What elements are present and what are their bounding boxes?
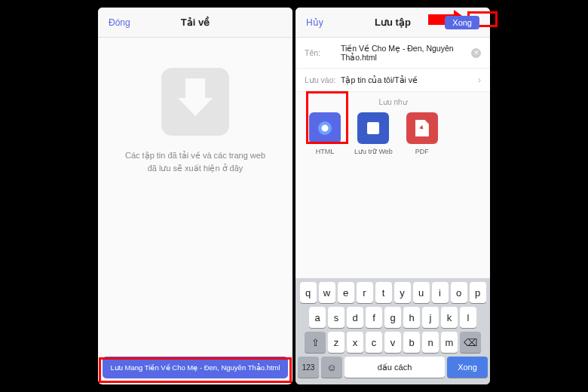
key-z[interactable]: z	[328, 332, 345, 353]
cancel-button[interactable]: Hủy	[306, 17, 323, 28]
download-icon	[161, 68, 229, 136]
key-c[interactable]: c	[366, 332, 382, 353]
key-m[interactable]: m	[441, 332, 458, 353]
filename-row[interactable]: Tên: Tiền Về Cho Mẹ - Đen, Nguyên Thảo.h…	[296, 38, 490, 69]
key-emoji[interactable]: ☺	[321, 357, 342, 378]
pdf-icon	[406, 112, 438, 144]
key-shift[interactable]: ⇧	[305, 332, 326, 353]
format-html[interactable]: HTML	[309, 112, 341, 155]
key-l[interactable]: l	[460, 307, 476, 328]
key-r[interactable]: r	[357, 282, 373, 303]
header: Đóng Tải về	[98, 8, 292, 38]
key-d[interactable]: d	[347, 307, 363, 328]
key-space[interactable]: dấu cách	[345, 357, 445, 378]
key-h[interactable]: h	[403, 307, 420, 328]
key-backspace[interactable]: ⌫	[460, 332, 481, 353]
key-n[interactable]: n	[422, 332, 439, 353]
savein-value: Tập tin của tôi/Tải về	[341, 75, 478, 84]
key-a[interactable]: a	[309, 307, 326, 328]
key-w[interactable]: w	[319, 282, 335, 303]
key-g[interactable]: g	[384, 307, 401, 328]
save-as-label: Lưu như	[305, 98, 481, 106]
empty-line1: Các tập tin đã tải về và các trang web	[125, 149, 265, 162]
format-pdf[interactable]: PDF	[406, 112, 438, 155]
key-x[interactable]: x	[347, 332, 363, 353]
kb-row1: qwertyuiop	[298, 282, 488, 303]
format-html-label: HTML	[316, 148, 335, 155]
key-v[interactable]: v	[384, 332, 401, 353]
downloads-screen: Đóng Tải về Các tập tin đã tải về và các…	[98, 8, 292, 384]
key-j[interactable]: j	[422, 307, 439, 328]
file-fields: Tên: Tiền Về Cho Mẹ - Đen, Nguyên Thảo.h…	[296, 38, 490, 92]
key-y[interactable]: y	[394, 282, 411, 303]
html-icon	[309, 112, 341, 144]
kb-row4: 123 ☺ dấu cách Xong	[298, 357, 488, 378]
kb-row2: asdfghjkl	[298, 307, 488, 328]
key-t[interactable]: t	[375, 282, 392, 303]
key-q[interactable]: q	[300, 282, 317, 303]
key-f[interactable]: f	[366, 307, 382, 328]
chevron-right-icon: ›	[478, 75, 481, 85]
key-p[interactable]: p	[470, 282, 486, 303]
key-b[interactable]: b	[403, 332, 420, 353]
format-webarchive[interactable]: Lưu trữ Web	[354, 112, 393, 155]
savein-row[interactable]: Lưu vào: Tập tin của tôi/Tải về ›	[296, 69, 490, 92]
filename-input[interactable]: Tiền Về Cho Mẹ - Đen, Nguyên Thảo.html	[341, 44, 471, 62]
format-pdf-label: PDF	[415, 148, 429, 155]
download-toast-wrap: Lưu Mang Tiền Về Cho Mẹ - Đen, Nguyên Th…	[98, 352, 292, 384]
save-file-screen: Hủy Lưu tập Xong Tên: Tiền Về Cho Mẹ - Đ…	[296, 8, 490, 384]
filename-label: Tên:	[305, 48, 341, 57]
kb-row3: ⇧ zxcvbnm ⌫	[298, 332, 488, 353]
key-u[interactable]: u	[413, 282, 430, 303]
save-as-section: Lưu như HTML Lưu trữ Web PDF	[296, 92, 490, 155]
key-o[interactable]: o	[451, 282, 467, 303]
key-123[interactable]: 123	[298, 357, 319, 378]
savein-label: Lưu vào:	[305, 75, 341, 84]
download-toast-button[interactable]: Lưu Mang Tiền Về Cho Mẹ - Đen, Nguyên Th…	[103, 357, 288, 378]
empty-line2: đã lưu sẽ xuất hiện ở đây	[125, 162, 265, 175]
format-web-label: Lưu trữ Web	[354, 148, 393, 155]
key-done[interactable]: Xong	[447, 357, 488, 378]
key-e[interactable]: e	[338, 282, 354, 303]
downloads-empty-state: Các tập tin đã tải về và các trang web đ…	[98, 38, 292, 352]
empty-text: Các tập tin đã tải về và các trang web đ…	[112, 149, 279, 174]
key-i[interactable]: i	[432, 282, 449, 303]
format-options: HTML Lưu trữ Web PDF	[305, 112, 481, 155]
close-button[interactable]: Đóng	[109, 17, 130, 28]
done-button[interactable]: Xong	[445, 16, 479, 29]
key-k[interactable]: k	[441, 307, 458, 328]
key-s[interactable]: s	[328, 307, 345, 328]
webarchive-icon	[357, 112, 389, 144]
keyboard: qwertyuiop asdfghjkl ⇧ zxcvbnm ⌫ 123 ☺ d…	[296, 278, 490, 384]
clear-icon[interactable]: ✕	[471, 48, 481, 58]
